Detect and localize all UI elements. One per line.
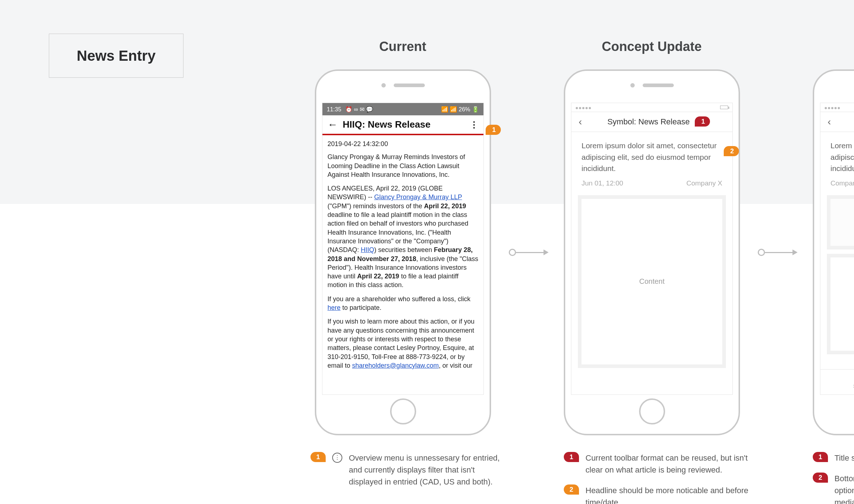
page-title-box: News Entry	[49, 34, 183, 78]
note-text: Bottom bar replaced with related actions…	[834, 473, 854, 504]
note-row: 1Current toolbar format can be reused, b…	[564, 452, 759, 476]
note-pin: 1	[564, 452, 579, 462]
back-icon[interactable]: ←	[327, 120, 338, 130]
phone-speaker	[630, 83, 674, 87]
article-headline: Glancy Prongay & Murray Reminds Investor…	[327, 153, 478, 179]
phone-concept-screen: ‹ Symbol: News Release Lorem ipsum dolor…	[571, 103, 733, 395]
bottom-action-bar: Share Bookmark	[820, 369, 854, 394]
link-email[interactable]: shareholders@glancylaw.com	[352, 362, 439, 369]
note-text: Overview menu is unnessesary for entried…	[349, 452, 506, 488]
column-heading-concept: Concept Update	[563, 39, 740, 54]
status-clock: 11:35	[327, 106, 341, 112]
overflow-menu-icon: ⋮	[332, 453, 342, 463]
article-body: 2019-04-22 14:32:00 Glancy Prongay & Mur…	[322, 135, 483, 379]
link-gpm[interactable]: Glancy Prongay & Murray LLP	[374, 193, 462, 201]
notes-concept: 1Current toolbar format can be reused, b…	[564, 452, 759, 504]
note-text: Current toolbar format can be reused, bu…	[585, 452, 759, 476]
note-row: 1Title should display entry title.	[813, 452, 854, 464]
note-row: 1⋮Overview menu is unnessesary for entri…	[310, 452, 506, 488]
article-header: Lorem ipsum dolor sit amet, consectetur …	[571, 132, 732, 191]
home-button[interactable]	[639, 398, 665, 424]
overflow-menu-icon[interactable]: ⋮	[470, 120, 478, 130]
back-icon[interactable]: ‹	[828, 116, 831, 128]
article-source: Company X	[686, 179, 722, 187]
note-pin: 2	[564, 484, 579, 495]
phone-speaker	[381, 83, 425, 87]
signal-dots-icon	[825, 104, 841, 111]
flow-arrow	[758, 249, 798, 256]
column-heading-improvement: Improvement	[812, 39, 854, 54]
content-placeholder: Content	[578, 195, 726, 368]
link-ticker[interactable]: HIIQ	[361, 246, 374, 253]
content-placeholder: Content	[827, 254, 854, 354]
toolbar-title: Headline...	[831, 117, 854, 127]
app-toolbar: ‹ Headline...	[820, 112, 854, 132]
article-header: Lorem ipsum dolor sit amet, consectetur …	[820, 132, 854, 191]
annotation-pin-1: 1	[695, 116, 710, 127]
flow-arrow	[509, 249, 549, 256]
note-row: 2Headline should be more noticable and b…	[564, 484, 759, 504]
signal-dots-icon	[576, 104, 592, 111]
status-icons-right: 📶 📶 26% 🔋	[441, 106, 479, 112]
share-button[interactable]: Share	[820, 370, 854, 394]
note-pin: 1	[310, 452, 326, 462]
phone-improvement: ‹ Headline... Lorem ipsum dolor sit amet…	[813, 69, 854, 435]
note-text: Title should display entry title.	[834, 452, 854, 464]
article-timestamp: 2019-04-22 14:32:00	[327, 140, 478, 148]
phone-current: 11:35 ⏰ ∞ ✉ 💬 📶 📶 26% 🔋 ← HIIQ: News Rel…	[315, 69, 491, 435]
annotation-pin-2: 2	[724, 146, 739, 156]
phone-concept: ‹ Symbol: News Release Lorem ipsum dolor…	[564, 69, 740, 435]
notes-current: 1⋮Overview menu is unnessesary for entri…	[310, 452, 506, 496]
article-paragraph: If you wish to learn more about this act…	[327, 317, 478, 370]
article-datetime: Jun 01, 12:00	[582, 179, 623, 187]
wireframe-statusbar	[571, 103, 732, 112]
image-placeholder	[827, 195, 854, 249]
link-here[interactable]: here	[327, 304, 341, 311]
app-toolbar: ← HIIQ: News Release ⋮	[322, 115, 483, 135]
column-heading-current: Current	[314, 39, 491, 54]
note-pin: 1	[813, 452, 828, 462]
note-pin: 2	[813, 473, 828, 483]
phone-current-screen: 11:35 ⏰ ∞ ✉ 💬 📶 📶 26% 🔋 ← HIIQ: News Rel…	[322, 103, 484, 395]
annotation-pin-1: 1	[486, 125, 501, 135]
phone-improvement-screen: ‹ Headline... Lorem ipsum dolor sit amet…	[820, 103, 854, 395]
note-row: 2Bottom bar replaced with related action…	[813, 473, 854, 504]
page-title: News Entry	[77, 48, 156, 64]
article-excerpt: Lorem ipsum dolor sit amet, consectetur …	[582, 140, 722, 174]
notes-improvement: 1Title should display entry title.2Botto…	[813, 452, 854, 504]
note-text: Headline should be more noticable and be…	[585, 484, 759, 504]
back-icon[interactable]: ‹	[579, 116, 582, 128]
wireframe-statusbar	[820, 103, 854, 112]
android-statusbar: 11:35 ⏰ ∞ ✉ 💬 📶 📶 26% 🔋	[322, 103, 483, 115]
article-excerpt: Lorem ipsum dolor sit amet, consectetur …	[830, 140, 854, 174]
article-source: Company X	[830, 179, 854, 187]
battery-icon	[720, 106, 728, 109]
home-button[interactable]	[390, 398, 416, 424]
article-paragraph: If you are a shareholder who suffered a …	[327, 295, 478, 312]
article-paragraph: LOS ANGELES, April 22, 2019 (GLOBE NEWSW…	[327, 184, 478, 290]
status-icons-left: ⏰ ∞ ✉ 💬	[345, 106, 373, 112]
toolbar-title: HIIQ: News Release	[343, 119, 465, 130]
